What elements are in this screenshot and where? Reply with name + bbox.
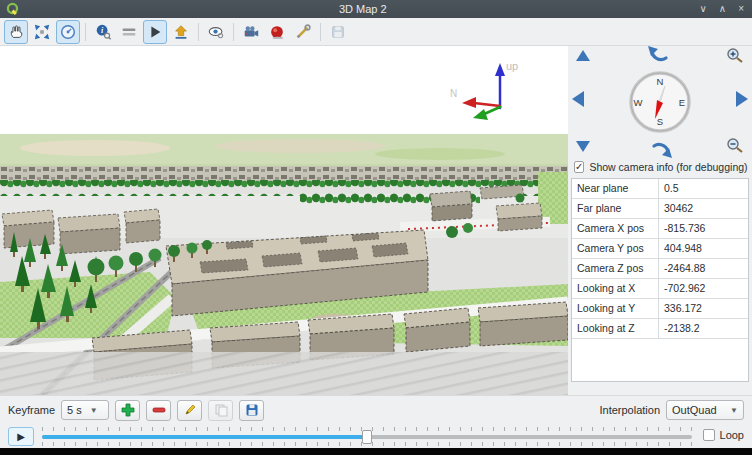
export-up-arrow-icon <box>172 23 190 41</box>
add-keyframe-button[interactable] <box>115 400 140 421</box>
measure-line-icon <box>120 23 138 41</box>
pan-hand-icon <box>7 23 25 41</box>
eye-icon <box>207 23 225 41</box>
animation-player-bar: ▶ Loop <box>0 424 752 448</box>
table-row: Looking at Z-2138.2 <box>572 319 748 339</box>
save-disk-icon <box>329 23 347 41</box>
loop-control: Loop <box>703 429 744 441</box>
table-row: Camera Y pos404.948 <box>572 239 748 259</box>
copy-icon <box>214 403 228 417</box>
gizmo-north-label: N <box>450 88 457 99</box>
movie-camera-button[interactable] <box>239 20 263 44</box>
red-sphere-icon <box>268 23 286 41</box>
table-row: Far plane30462 <box>572 199 748 219</box>
compass-west-label: W <box>634 97 643 108</box>
shadow-effects-button[interactable] <box>265 20 289 44</box>
loop-label: Loop <box>720 429 744 441</box>
table-row: Near plane0.5 <box>572 179 748 199</box>
edit-keyframe-button[interactable] <box>177 400 202 421</box>
camera-control-button[interactable] <box>4 20 28 44</box>
duplicate-keyframe-button[interactable] <box>208 400 233 421</box>
show-eye-button[interactable] <box>204 20 228 44</box>
show-camera-info-label: Show camera info (for debugging) <box>589 161 747 173</box>
zoom-out-button[interactable] <box>728 139 742 152</box>
timeline-progress <box>42 435 367 439</box>
gizmo-up-label: up <box>506 60 518 72</box>
timeline-ticks <box>42 442 692 446</box>
toolbar-separator <box>233 23 234 41</box>
interpolation-value: OutQuad <box>672 404 717 416</box>
table-row: Looking at Y336.172 <box>572 299 748 319</box>
keyframe-value: 5 s <box>67 404 82 416</box>
qgis-logo-icon <box>6 2 20 16</box>
chevron-down-icon: ▼ <box>90 406 98 415</box>
table-row: Camera X pos-815.736 <box>572 219 748 239</box>
timeline-track[interactable] <box>42 435 692 439</box>
qgis-3d-map-window: 3D Map 2 ∨ ∧ × <box>0 0 752 455</box>
remove-keyframe-button[interactable] <box>146 400 171 421</box>
animations-button[interactable] <box>143 20 167 44</box>
loop-checkbox[interactable] <box>703 429 715 441</box>
zoom-full-button[interactable] <box>30 20 54 44</box>
save-animation-icon <box>245 403 259 417</box>
identify-info-icon: i <box>94 23 112 41</box>
zoom-full-icon <box>33 23 51 41</box>
movie-camera-icon <box>242 23 260 41</box>
tilt-up-button[interactable] <box>576 50 590 61</box>
export-animation-button[interactable] <box>239 400 264 421</box>
timeline-slider[interactable]: Loop <box>42 427 744 446</box>
minimize-button[interactable]: ∨ <box>700 2 707 16</box>
plus-icon <box>121 403 135 417</box>
camera-navigation-widget: N S W E <box>568 46 752 158</box>
configure-button[interactable] <box>291 20 315 44</box>
save-button[interactable] <box>326 20 350 44</box>
compass-north-label: N <box>657 76 664 87</box>
compass-east-label: E <box>679 97 685 108</box>
minus-icon <box>152 403 166 417</box>
toolbar-separator <box>85 23 86 41</box>
pencil-icon <box>183 403 197 417</box>
play-animation-icon <box>146 23 164 41</box>
maximize-button[interactable]: ∧ <box>719 2 726 16</box>
move-left-button[interactable] <box>572 91 584 107</box>
title-bar[interactable]: 3D Map 2 ∨ ∧ × <box>0 0 752 18</box>
3d-map-toolbar: i <box>0 18 752 46</box>
table-row: Looking at X-702.962 <box>572 279 748 299</box>
camera-info-table: Near plane0.5 Far plane30462 Camera X po… <box>571 178 749 382</box>
tilt-down-button[interactable] <box>576 141 590 152</box>
on-screen-navigation-button[interactable] <box>56 20 80 44</box>
measurement-line-button[interactable] <box>117 20 141 44</box>
show-camera-info-row: ✓ Show camera info (for debugging) <box>568 158 752 176</box>
export-scene-button[interactable] <box>169 20 193 44</box>
play-icon: ▶ <box>17 431 25 442</box>
interpolation-select[interactable]: OutQuad ▼ <box>666 400 744 420</box>
show-camera-info-checkbox[interactable]: ✓ <box>574 161 584 173</box>
wrench-icon <box>294 23 312 41</box>
bottom-strip <box>0 448 752 455</box>
keyframe-label: Keyframe <box>8 404 55 416</box>
toolbar-separator <box>198 23 199 41</box>
keyframe-select[interactable]: 5 s ▼ <box>61 400 109 420</box>
animation-keyframe-bar: Keyframe 5 s ▼ <box>0 395 752 424</box>
compass-south-label: S <box>657 116 663 127</box>
move-right-button[interactable] <box>736 91 748 107</box>
table-row: Camera Z pos-2464.88 <box>572 259 748 279</box>
toolbar-separator <box>320 23 321 41</box>
play-button[interactable]: ▶ <box>8 427 34 446</box>
interpolation-label: Interpolation <box>599 404 660 416</box>
navigation-panel: N S W E ✓ Show camera info (for debuggin… <box>568 46 752 395</box>
chevron-down-icon: ▼ <box>730 406 738 415</box>
identify-button[interactable]: i <box>91 20 115 44</box>
3d-scene: up N <box>0 46 568 395</box>
zoom-in-button[interactable] <box>728 49 742 62</box>
3d-viewport[interactable]: up N <box>0 46 568 395</box>
window-title: 3D Map 2 <box>26 3 700 15</box>
navigation-dial-icon <box>59 23 77 41</box>
rotate-ccw-button[interactable] <box>648 46 666 60</box>
close-button[interactable]: × <box>738 2 744 16</box>
main-area: up N <box>0 46 752 395</box>
compass-dial[interactable]: N S W E <box>631 73 689 131</box>
rotate-cw-button[interactable] <box>654 144 672 158</box>
